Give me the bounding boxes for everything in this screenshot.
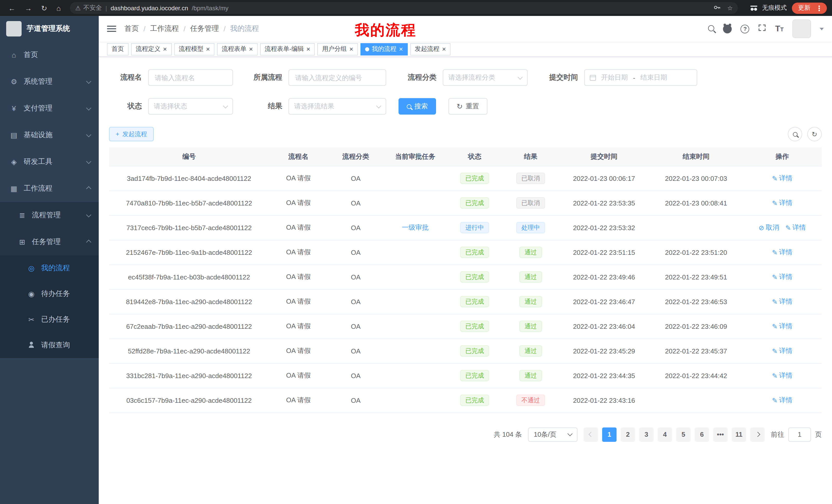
cancel-link[interactable]: ⊘取消 bbox=[759, 223, 779, 232]
result-select[interactable]: 请选择流结果 bbox=[288, 98, 386, 115]
refresh-table-button[interactable]: ↻ bbox=[807, 127, 822, 141]
tab-process-definition[interactable]: 流程定义 × bbox=[131, 43, 172, 55]
close-icon[interactable]: × bbox=[206, 46, 210, 52]
tab-process-form[interactable]: 流程表单 × bbox=[217, 43, 257, 55]
process-definition-input[interactable] bbox=[288, 69, 386, 86]
process-id-cell: 03c6c157-7b9a-11ec-a290-acde48001122 bbox=[109, 388, 269, 413]
detail-link[interactable]: ✎详情 bbox=[772, 321, 793, 331]
close-icon[interactable]: × bbox=[399, 46, 403, 52]
detail-link[interactable]: ✎详情 bbox=[772, 371, 793, 380]
browser-home-icon[interactable]: ⌂ bbox=[56, 4, 61, 11]
security-warning[interactable]: ⚠ 不安全 bbox=[75, 4, 102, 12]
sidebar-item-system-management[interactable]: ⚙ 系统管理 bbox=[0, 68, 99, 95]
pagination-ellipsis[interactable]: ••• bbox=[713, 427, 728, 442]
prev-page-button[interactable] bbox=[583, 427, 598, 442]
close-icon[interactable]: × bbox=[163, 46, 167, 52]
result-badge: 通过 bbox=[519, 345, 542, 357]
page-button-2[interactable]: 2 bbox=[621, 427, 635, 442]
process-id-cell: 7470a810-7b9b-11ec-b5b7-acde48001122 bbox=[109, 191, 269, 215]
page-button-3[interactable]: 3 bbox=[639, 427, 654, 442]
caret-down-icon[interactable] bbox=[820, 27, 824, 30]
close-icon[interactable]: × bbox=[249, 46, 253, 52]
tab-my-process[interactable]: 我的流程 × bbox=[361, 43, 408, 55]
browser-menu-icon[interactable]: ⋮ bbox=[814, 4, 824, 12]
browser-update-button[interactable]: 更新 ⋮ bbox=[792, 2, 827, 13]
sidebar-item-payment-management[interactable]: ¥ 支付管理 bbox=[0, 95, 99, 122]
tab-start-process[interactable]: 发起流程 × bbox=[410, 43, 450, 55]
date-range-picker[interactable]: 开始日期 - 结束日期 bbox=[584, 69, 697, 86]
start-process-button[interactable]: + 发起流程 bbox=[109, 127, 154, 141]
tab-process-form-edit[interactable]: 流程表单-编辑 × bbox=[260, 43, 315, 55]
current-task-cell bbox=[384, 264, 447, 289]
close-icon[interactable]: × bbox=[307, 46, 310, 52]
font-size-icon[interactable]: TT bbox=[775, 25, 784, 33]
tab-process-model[interactable]: 流程模型 × bbox=[174, 43, 214, 55]
detail-link[interactable]: ✎详情 bbox=[772, 198, 793, 207]
sidebar-item-my-process[interactable]: ◎ 我的流程 bbox=[0, 255, 99, 281]
sidebar-item-leave-query[interactable]: 请假查询 bbox=[0, 332, 99, 358]
detail-link[interactable]: ✎详情 bbox=[772, 297, 793, 306]
sidebar-item-done-tasks[interactable]: ✂ 已办任务 bbox=[0, 307, 99, 332]
detail-link[interactable]: ✎详情 bbox=[772, 248, 793, 257]
breadcrumb-workflow[interactable]: 工作流程 bbox=[150, 24, 179, 33]
app-logo-row[interactable]: 芋道管理系统 bbox=[0, 16, 99, 41]
page-button-1[interactable]: 1 bbox=[602, 427, 617, 442]
status-select[interactable]: 请选择状态 bbox=[148, 98, 233, 115]
sidebar-item-infrastructure[interactable]: ▤ 基础设施 bbox=[0, 122, 99, 148]
password-key-icon[interactable] bbox=[713, 3, 721, 12]
next-page-button[interactable] bbox=[750, 427, 765, 442]
github-icon[interactable] bbox=[723, 24, 732, 33]
page-button-11[interactable]: 11 bbox=[732, 427, 746, 442]
sidebar-item-workflow[interactable]: ▦ 工作流程 bbox=[0, 175, 99, 202]
avatar[interactable] bbox=[792, 20, 811, 38]
back-icon[interactable]: ← bbox=[8, 4, 16, 11]
sidebar-item-process-management[interactable]: ≣ 流程管理 bbox=[0, 202, 99, 229]
help-icon[interactable]: ? bbox=[741, 24, 750, 33]
end-time-cell: 2022-01-22 23:49:51 bbox=[649, 264, 743, 289]
tab-user-group[interactable]: 用户分组 × bbox=[317, 43, 358, 55]
task-link[interactable]: 一级审批 bbox=[402, 223, 428, 232]
cancel-icon: ⊘ bbox=[759, 224, 764, 231]
detail-link[interactable]: ✎详情 bbox=[772, 272, 793, 282]
fullscreen-icon[interactable] bbox=[758, 24, 766, 34]
close-icon[interactable]: × bbox=[349, 46, 353, 52]
tools-icon: ◈ bbox=[9, 158, 19, 166]
end-date-placeholder[interactable]: 结束日期 bbox=[641, 73, 667, 82]
category-cell: OA bbox=[328, 363, 384, 388]
search-icon[interactable] bbox=[708, 24, 714, 33]
process-name-input[interactable] bbox=[148, 69, 233, 86]
page-button-5[interactable]: 5 bbox=[676, 427, 691, 442]
reset-button[interactable]: ↻ 重置 bbox=[448, 98, 487, 115]
tab-home[interactable]: 首页 bbox=[107, 43, 129, 55]
detail-link[interactable]: ✎详情 bbox=[772, 174, 793, 183]
status-badge: 已完成 bbox=[460, 296, 489, 307]
status-badge: 已完成 bbox=[460, 395, 489, 406]
address-bar[interactable]: ⚠ 不安全 | dashboard.yudao.iocoder.cn/bpm/t… bbox=[70, 2, 738, 14]
page-button-6[interactable]: 6 bbox=[695, 427, 709, 442]
breadcrumb-home[interactable]: 首页 bbox=[125, 24, 139, 33]
search-icon bbox=[793, 132, 797, 136]
page-size-select[interactable]: 10条/页 bbox=[528, 427, 577, 442]
breadcrumb-task-management[interactable]: 任务管理 bbox=[190, 24, 219, 33]
detail-link[interactable]: ✎详情 bbox=[772, 346, 793, 356]
hamburger-icon[interactable] bbox=[107, 26, 116, 32]
forward-icon[interactable]: → bbox=[25, 4, 32, 11]
toggle-search-button[interactable] bbox=[788, 127, 802, 141]
detail-link[interactable]: ✎详情 bbox=[785, 223, 806, 232]
start-date-placeholder[interactable]: 开始日期 bbox=[601, 73, 628, 82]
sidebar-item-todo-tasks[interactable]: ◉ 待办任务 bbox=[0, 281, 99, 307]
category-select[interactable]: 请选择流程分类 bbox=[443, 69, 527, 86]
reload-icon[interactable]: ↻ bbox=[41, 4, 47, 11]
bookmark-star-icon[interactable]: ☆ bbox=[727, 4, 733, 11]
sidebar-item-dev-tools[interactable]: ◈ 研发工具 bbox=[0, 148, 99, 175]
detail-link[interactable]: ✎详情 bbox=[772, 396, 793, 405]
page-button-4[interactable]: 4 bbox=[658, 427, 672, 442]
sidebar-item-home[interactable]: ⌂ 首页 bbox=[0, 41, 99, 68]
goto-page-input[interactable] bbox=[788, 427, 811, 442]
search-icon bbox=[407, 104, 411, 109]
submit-time-cell: 2022-01-22 23:43:16 bbox=[559, 388, 649, 413]
close-icon[interactable]: × bbox=[442, 46, 446, 52]
search-button[interactable]: 搜索 bbox=[398, 98, 436, 115]
app-title: 芋道管理系统 bbox=[27, 24, 70, 33]
sidebar-item-task-management[interactable]: ⊞ 任务管理 bbox=[0, 229, 99, 255]
